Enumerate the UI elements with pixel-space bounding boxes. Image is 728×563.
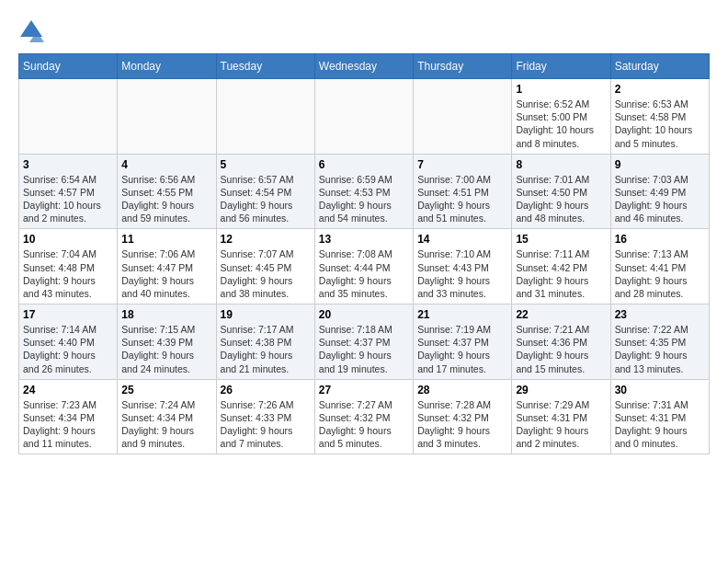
- calendar-cell: 10Sunrise: 7:04 AM Sunset: 4:48 PM Dayli…: [19, 229, 118, 304]
- calendar-cell: [118, 79, 216, 155]
- calendar-cell: 20Sunrise: 7:18 AM Sunset: 4:37 PM Dayli…: [314, 304, 413, 380]
- day-info: Sunrise: 7:18 AM Sunset: 4:37 PM Dayligh…: [319, 323, 409, 375]
- calendar-cell: 2Sunrise: 6:53 AM Sunset: 4:58 PM Daylig…: [610, 79, 709, 155]
- day-info: Sunrise: 6:53 AM Sunset: 4:58 PM Dayligh…: [615, 98, 705, 150]
- day-number: 4: [121, 158, 211, 171]
- logo: [18, 18, 48, 44]
- day-number: 26: [221, 384, 311, 396]
- day-number: 15: [516, 233, 606, 246]
- day-info: Sunrise: 7:06 AM Sunset: 4:47 PM Dayligh…: [121, 247, 211, 300]
- calendar-cell: 8Sunrise: 7:01 AM Sunset: 4:50 PM Daylig…: [512, 154, 610, 229]
- day-info: Sunrise: 7:13 AM Sunset: 4:41 PM Dayligh…: [615, 247, 705, 300]
- day-number: 23: [615, 308, 705, 321]
- calendar-cell: 6Sunrise: 6:59 AM Sunset: 4:53 PM Daylig…: [314, 154, 413, 229]
- calendar-cell: 9Sunrise: 7:03 AM Sunset: 4:49 PM Daylig…: [610, 154, 709, 229]
- day-info: Sunrise: 7:26 AM Sunset: 4:33 PM Dayligh…: [221, 398, 311, 451]
- day-info: Sunrise: 7:17 AM Sunset: 4:38 PM Dayligh…: [221, 323, 311, 375]
- day-number: 6: [319, 158, 409, 171]
- calendar-cell: 12Sunrise: 7:07 AM Sunset: 4:45 PM Dayli…: [216, 229, 314, 304]
- day-number: 25: [121, 384, 211, 396]
- day-info: Sunrise: 7:15 AM Sunset: 4:39 PM Dayligh…: [121, 323, 211, 375]
- col-header-friday: Friday: [512, 54, 610, 79]
- day-number: 21: [417, 308, 507, 321]
- calendar-cell: 19Sunrise: 7:17 AM Sunset: 4:38 PM Dayli…: [216, 304, 314, 380]
- day-number: 24: [23, 384, 113, 396]
- day-number: 20: [319, 308, 409, 321]
- day-number: 10: [23, 233, 113, 246]
- day-info: Sunrise: 7:28 AM Sunset: 4:32 PM Dayligh…: [417, 398, 507, 451]
- calendar-cell: 29Sunrise: 7:29 AM Sunset: 4:31 PM Dayli…: [512, 379, 610, 454]
- calendar-cell: 3Sunrise: 6:54 AM Sunset: 4:57 PM Daylig…: [19, 154, 118, 229]
- day-number: 9: [615, 158, 705, 171]
- day-info: Sunrise: 7:07 AM Sunset: 4:45 PM Dayligh…: [221, 247, 311, 300]
- day-info: Sunrise: 7:04 AM Sunset: 4:48 PM Dayligh…: [23, 247, 113, 300]
- col-header-sunday: Sunday: [19, 54, 118, 79]
- calendar-cell: [414, 79, 512, 155]
- day-info: Sunrise: 7:01 AM Sunset: 4:50 PM Dayligh…: [516, 173, 606, 225]
- calendar-cell: 30Sunrise: 7:31 AM Sunset: 4:31 PM Dayli…: [610, 379, 709, 454]
- day-number: 5: [221, 158, 311, 171]
- col-header-wednesday: Wednesday: [314, 54, 413, 79]
- day-info: Sunrise: 6:56 AM Sunset: 4:55 PM Dayligh…: [121, 173, 211, 225]
- calendar-week-3: 10Sunrise: 7:04 AM Sunset: 4:48 PM Dayli…: [19, 229, 710, 304]
- calendar-week-4: 17Sunrise: 7:14 AM Sunset: 4:40 PM Dayli…: [19, 304, 710, 380]
- col-header-tuesday: Tuesday: [216, 54, 314, 79]
- calendar-cell: [314, 79, 413, 155]
- day-number: 2: [615, 83, 705, 96]
- calendar-cell: 7Sunrise: 7:00 AM Sunset: 4:51 PM Daylig…: [414, 154, 512, 229]
- calendar-cell: 24Sunrise: 7:23 AM Sunset: 4:34 PM Dayli…: [19, 379, 118, 454]
- calendar-cell: 22Sunrise: 7:21 AM Sunset: 4:36 PM Dayli…: [512, 304, 610, 380]
- calendar-cell: 18Sunrise: 7:15 AM Sunset: 4:39 PM Dayli…: [118, 304, 216, 380]
- day-number: 11: [121, 233, 211, 246]
- calendar-cell: 27Sunrise: 7:27 AM Sunset: 4:32 PM Dayli…: [314, 379, 413, 454]
- day-number: 27: [319, 384, 409, 396]
- day-number: 19: [221, 308, 311, 321]
- calendar-header-row: SundayMondayTuesdayWednesdayThursdayFrid…: [19, 54, 710, 79]
- day-info: Sunrise: 7:21 AM Sunset: 4:36 PM Dayligh…: [516, 323, 606, 375]
- day-number: 28: [417, 384, 507, 396]
- day-number: 12: [221, 233, 311, 246]
- calendar-week-5: 24Sunrise: 7:23 AM Sunset: 4:34 PM Dayli…: [19, 379, 710, 454]
- day-info: Sunrise: 7:08 AM Sunset: 4:44 PM Dayligh…: [319, 247, 409, 300]
- day-number: 13: [319, 233, 409, 246]
- calendar-week-2: 3Sunrise: 6:54 AM Sunset: 4:57 PM Daylig…: [19, 154, 710, 229]
- col-header-saturday: Saturday: [610, 54, 709, 79]
- calendar-week-1: 1Sunrise: 6:52 AM Sunset: 5:00 PM Daylig…: [19, 79, 710, 155]
- day-number: 18: [121, 308, 211, 321]
- day-number: 8: [516, 158, 606, 171]
- calendar-cell: 15Sunrise: 7:11 AM Sunset: 4:42 PM Dayli…: [512, 229, 610, 304]
- svg-marker-0: [20, 20, 42, 37]
- day-number: 16: [615, 233, 705, 246]
- col-header-monday: Monday: [118, 54, 216, 79]
- calendar-cell: [19, 79, 118, 155]
- day-number: 14: [417, 233, 507, 246]
- calendar-cell: 28Sunrise: 7:28 AM Sunset: 4:32 PM Dayli…: [414, 379, 512, 454]
- calendar-cell: 23Sunrise: 7:22 AM Sunset: 4:35 PM Dayli…: [610, 304, 709, 380]
- col-header-thursday: Thursday: [414, 54, 512, 79]
- calendar-cell: 17Sunrise: 7:14 AM Sunset: 4:40 PM Dayli…: [19, 304, 118, 380]
- day-number: 17: [23, 308, 113, 321]
- day-info: Sunrise: 7:27 AM Sunset: 4:32 PM Dayligh…: [319, 398, 409, 451]
- day-number: 30: [615, 384, 705, 396]
- day-info: Sunrise: 6:57 AM Sunset: 4:54 PM Dayligh…: [221, 173, 311, 225]
- calendar-cell: 1Sunrise: 6:52 AM Sunset: 5:00 PM Daylig…: [512, 79, 610, 155]
- calendar-cell: [216, 79, 314, 155]
- day-number: 7: [417, 158, 507, 171]
- calendar-cell: 25Sunrise: 7:24 AM Sunset: 4:34 PM Dayli…: [118, 379, 216, 454]
- day-info: Sunrise: 7:19 AM Sunset: 4:37 PM Dayligh…: [417, 323, 507, 375]
- day-info: Sunrise: 7:29 AM Sunset: 4:31 PM Dayligh…: [516, 398, 606, 451]
- logo-icon: [18, 18, 44, 44]
- day-info: Sunrise: 7:11 AM Sunset: 4:42 PM Dayligh…: [516, 247, 606, 300]
- day-number: 22: [516, 308, 606, 321]
- day-info: Sunrise: 7:00 AM Sunset: 4:51 PM Dayligh…: [417, 173, 507, 225]
- day-info: Sunrise: 7:14 AM Sunset: 4:40 PM Dayligh…: [23, 323, 113, 375]
- calendar-cell: 11Sunrise: 7:06 AM Sunset: 4:47 PM Dayli…: [118, 229, 216, 304]
- day-info: Sunrise: 6:52 AM Sunset: 5:00 PM Dayligh…: [516, 98, 606, 150]
- calendar-cell: 14Sunrise: 7:10 AM Sunset: 4:43 PM Dayli…: [414, 229, 512, 304]
- calendar-cell: 13Sunrise: 7:08 AM Sunset: 4:44 PM Dayli…: [314, 229, 413, 304]
- calendar-cell: 16Sunrise: 7:13 AM Sunset: 4:41 PM Dayli…: [610, 229, 709, 304]
- day-number: 3: [23, 158, 113, 171]
- day-number: 1: [516, 83, 606, 96]
- day-info: Sunrise: 7:24 AM Sunset: 4:34 PM Dayligh…: [121, 398, 211, 451]
- day-info: Sunrise: 6:54 AM Sunset: 4:57 PM Dayligh…: [23, 173, 113, 225]
